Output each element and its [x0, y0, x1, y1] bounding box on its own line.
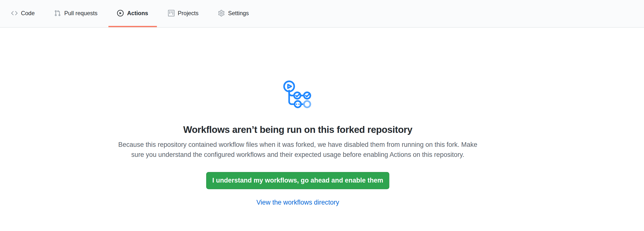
- enable-button-row: I understand my workflows, go ahead and …: [0, 159, 596, 189]
- play-icon: [117, 10, 124, 17]
- tab-projects[interactable]: Projects: [159, 0, 207, 27]
- page-title: Workflows aren’t being run on this forke…: [0, 123, 596, 136]
- tab-settings-label: Settings: [228, 10, 249, 16]
- enable-workflows-button[interactable]: I understand my workflows, go ahead and …: [206, 172, 390, 189]
- tab-actions-label: Actions: [127, 10, 148, 16]
- project-icon: [168, 10, 174, 17]
- view-workflows-directory-link[interactable]: View the workflows directory: [256, 199, 339, 206]
- description-line-2: sure you understand the configured workf…: [131, 151, 464, 158]
- tab-pull-requests[interactable]: Pull requests: [46, 0, 106, 27]
- description-text: Because this repository contained workfl…: [0, 140, 596, 160]
- code-icon: [11, 10, 18, 17]
- workflow-graph-icon: [280, 78, 315, 111]
- gear-icon: [218, 10, 225, 17]
- tab-code-label: Code: [21, 10, 35, 16]
- tab-pull-requests-label: Pull requests: [64, 10, 98, 16]
- tab-settings[interactable]: Settings: [210, 0, 258, 27]
- tab-projects-label: Projects: [178, 10, 198, 16]
- page: Code Pull requests Actions Projects Sett…: [0, 0, 644, 231]
- tab-actions[interactable]: Actions: [108, 0, 156, 27]
- workflows-link-row: View the workflows directory: [0, 198, 596, 206]
- actions-disabled-blankslate: Workflows aren’t being run on this forke…: [0, 28, 596, 206]
- description-line-1: Because this repository contained workfl…: [118, 141, 478, 148]
- git-pull-request-icon: [54, 10, 61, 17]
- repo-tabnav: Code Pull requests Actions Projects Sett…: [0, 0, 644, 28]
- tab-code[interactable]: Code: [2, 0, 43, 27]
